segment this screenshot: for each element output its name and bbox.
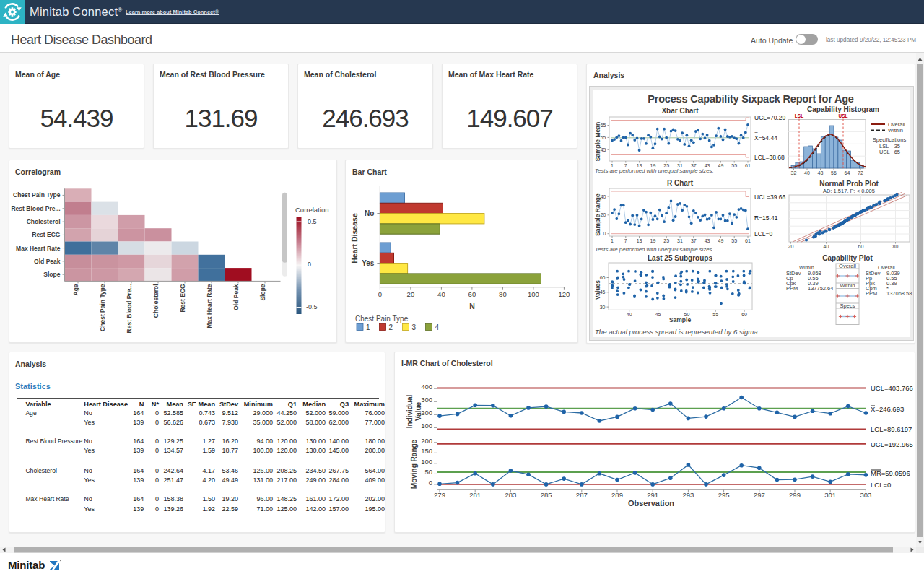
svg-text:301: 301 <box>824 491 836 499</box>
svg-text:1: 1 <box>611 238 614 243</box>
svg-text:56: 56 <box>831 170 837 175</box>
svg-text:137752.64: 137752.64 <box>808 285 833 292</box>
svg-text:200: 200 <box>421 409 432 417</box>
svg-text:Capability Plot: Capability Plot <box>822 254 873 262</box>
svg-text:Rest Blood Pre...: Rest Blood Pre... <box>126 284 133 333</box>
svg-text:Old Peak: Old Peak <box>232 284 240 310</box>
svg-text:Sample: Sample <box>669 316 692 323</box>
svg-text:65: 65 <box>894 149 900 155</box>
svg-text:137068.58: 137068.58 <box>886 290 912 297</box>
svg-text:LSL: LSL <box>795 113 803 118</box>
svg-text:Sample Range: Sample Range <box>594 193 601 236</box>
svg-text:Chest Pain Type: Chest Pain Type <box>13 191 61 199</box>
svg-text:40: 40 <box>804 170 810 175</box>
svg-text:40: 40 <box>437 290 445 298</box>
svg-text:1: 1 <box>366 323 370 331</box>
svg-text:R Chart: R Chart <box>667 179 694 187</box>
svg-text:Xbar Chart: Xbar Chart <box>661 107 699 115</box>
svg-text:72: 72 <box>858 170 863 175</box>
svg-text:Capability Histogram: Capability Histogram <box>807 105 879 113</box>
svg-text:32: 32 <box>791 170 797 175</box>
svg-text:61: 61 <box>745 163 751 168</box>
svg-text:0.5: 0.5 <box>308 218 317 225</box>
svg-text:Tests are performed with unequ: Tests are performed with unequal sample … <box>595 167 714 174</box>
svg-text:Rest ECG: Rest ECG <box>179 284 186 313</box>
svg-text:Moving Range: Moving Range <box>410 439 418 489</box>
svg-text:UCL=39.66: UCL=39.66 <box>754 193 786 201</box>
svg-text:Rest Blood Pre...: Rest Blood Pre... <box>11 205 60 212</box>
svg-text:289: 289 <box>611 491 623 499</box>
svg-text:Slope: Slope <box>259 284 266 300</box>
svg-text:N: N <box>469 302 475 310</box>
svg-text:200: 200 <box>421 437 432 445</box>
svg-text:UCL=403.766: UCL=403.766 <box>871 384 913 392</box>
svg-text:60: 60 <box>858 244 864 249</box>
svg-text:64: 64 <box>845 170 850 175</box>
svg-text:Normal Prob Plot: Normal Prob Plot <box>819 180 879 188</box>
svg-text:LCL=38.68: LCL=38.68 <box>754 154 785 161</box>
svg-text:0: 0 <box>308 261 311 268</box>
svg-text:AD: 1.517, P: < 0.005: AD: 1.517, P: < 0.005 <box>823 188 875 194</box>
svg-text:25: 25 <box>663 238 669 243</box>
svg-text:4: 4 <box>435 323 440 331</box>
svg-text:303: 303 <box>860 491 871 499</box>
svg-text:X=54.44: X=54.44 <box>754 134 777 142</box>
svg-text:Overall: Overall <box>839 263 856 269</box>
svg-text:80: 80 <box>893 244 899 249</box>
svg-text:55: 55 <box>731 163 737 168</box>
svg-text:USL: USL <box>879 149 890 155</box>
svg-text:55: 55 <box>731 238 737 243</box>
svg-text:120: 120 <box>558 290 570 298</box>
svg-text:Tests are performed with unequ: Tests are performed with unequal sample … <box>595 246 714 253</box>
svg-text:The actual process spread is r: The actual process spread is represented… <box>595 328 759 336</box>
svg-text:31: 31 <box>677 238 683 243</box>
svg-text:43: 43 <box>705 238 710 243</box>
svg-text:100: 100 <box>421 422 432 430</box>
svg-text:45: 45 <box>655 312 661 317</box>
svg-text:37: 37 <box>691 238 697 243</box>
svg-text:Rest ECG: Rest ECG <box>32 231 61 238</box>
svg-text:X=246.693: X=246.693 <box>871 405 904 413</box>
svg-text:Slope: Slope <box>43 271 60 278</box>
svg-text:Specs: Specs <box>840 302 855 309</box>
svg-text:279: 279 <box>434 491 445 499</box>
svg-text:40: 40 <box>824 244 829 249</box>
svg-text:Individual: Individual <box>406 394 414 428</box>
svg-text:Old Peak: Old Peak <box>34 258 61 265</box>
svg-text:285: 285 <box>541 491 552 499</box>
svg-text:Cholesterol: Cholesterol <box>152 284 160 318</box>
svg-text:Max Heart Rate: Max Heart Rate <box>16 245 61 252</box>
svg-text:0: 0 <box>603 231 606 236</box>
svg-text:80: 80 <box>499 290 507 298</box>
svg-text:3: 3 <box>412 323 417 331</box>
svg-text:UCL=70.20: UCL=70.20 <box>754 114 786 121</box>
svg-text:PPM: PPM <box>866 290 877 297</box>
svg-text:Specifications: Specifications <box>873 136 907 143</box>
svg-text:49: 49 <box>718 238 724 243</box>
svg-text:283: 283 <box>505 491 516 499</box>
svg-text:Age: Age <box>72 284 79 295</box>
svg-text:60: 60 <box>600 275 606 280</box>
svg-text:Chest Pain Type: Chest Pain Type <box>355 315 409 323</box>
svg-text:61: 61 <box>745 238 751 243</box>
svg-text:291: 291 <box>647 491 658 499</box>
svg-text:0: 0 <box>429 479 432 487</box>
svg-text:297: 297 <box>754 491 765 499</box>
svg-text:Cholesterol: Cholesterol <box>27 218 61 225</box>
svg-text:48: 48 <box>818 170 824 175</box>
svg-text:2: 2 <box>389 323 393 331</box>
svg-text:100: 100 <box>528 290 539 298</box>
svg-text:300: 300 <box>421 396 432 404</box>
svg-text:281: 281 <box>469 491 481 499</box>
svg-text:295: 295 <box>718 491 730 499</box>
svg-text:400: 400 <box>421 383 432 391</box>
svg-text:PPM: PPM <box>786 285 798 292</box>
svg-text:60: 60 <box>468 290 476 298</box>
svg-text:55: 55 <box>712 312 718 317</box>
svg-text:13: 13 <box>637 238 642 243</box>
svg-text:Sample Mean: Sample Mean <box>594 122 601 161</box>
svg-text:UCL=192.965: UCL=192.965 <box>871 440 913 448</box>
svg-text:7: 7 <box>624 238 627 243</box>
svg-text:150: 150 <box>421 447 432 455</box>
svg-text:20: 20 <box>407 290 415 298</box>
